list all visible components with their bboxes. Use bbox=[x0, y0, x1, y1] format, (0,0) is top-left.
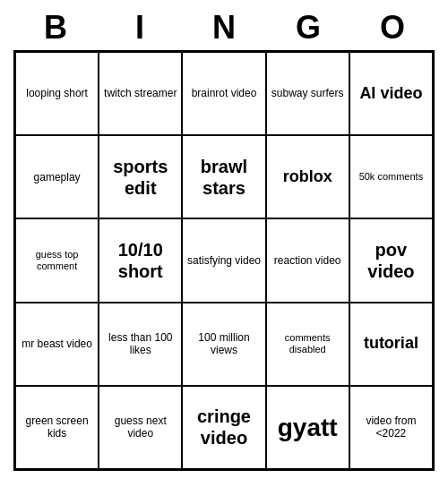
bingo-cell-2: brainrot video bbox=[182, 52, 265, 135]
bingo-header: B I N G O bbox=[13, 9, 435, 47]
letter-n: N bbox=[188, 9, 260, 47]
bingo-cell-1: twitch streamer bbox=[99, 52, 182, 135]
bingo-cell-9: 50k comments bbox=[349, 135, 433, 218]
bingo-cell-24: video from <2022 bbox=[349, 386, 433, 469]
bingo-cell-3: subway surfers bbox=[266, 52, 349, 135]
bingo-cell-22: cringe video bbox=[182, 386, 265, 469]
bingo-cell-0: looping short bbox=[15, 52, 99, 135]
bingo-cell-7: brawl stars bbox=[182, 135, 265, 218]
letter-b: B bbox=[20, 9, 91, 47]
bingo-grid: looping shorttwitch streamerbrainrot vid… bbox=[13, 50, 435, 471]
bingo-cell-21: guess next video bbox=[99, 386, 182, 469]
bingo-cell-18: comments disabled bbox=[266, 303, 349, 386]
bingo-cell-23: gyatt bbox=[266, 386, 349, 469]
bingo-cell-15: mr beast video bbox=[15, 303, 99, 386]
bingo-cell-12: satisfying video bbox=[182, 218, 265, 302]
bingo-cell-6: sports edit bbox=[99, 135, 182, 218]
bingo-cell-5: gameplay bbox=[15, 135, 99, 218]
bingo-cell-19: tutorial bbox=[349, 303, 433, 386]
bingo-cell-8: roblox bbox=[266, 135, 349, 218]
letter-g: G bbox=[272, 9, 344, 47]
bingo-cell-14: pov video bbox=[349, 218, 433, 302]
bingo-cell-10: guess top comment bbox=[15, 218, 99, 302]
bingo-cell-20: green screen kids bbox=[15, 386, 99, 469]
bingo-cell-4: AI video bbox=[349, 52, 433, 135]
bingo-cell-16: less than 100 likes bbox=[99, 303, 182, 386]
letter-i: I bbox=[104, 9, 176, 47]
bingo-cell-13: reaction video bbox=[266, 218, 349, 302]
letter-o: O bbox=[357, 9, 428, 47]
bingo-cell-11: 10/10 short bbox=[99, 218, 182, 302]
bingo-cell-17: 100 million views bbox=[182, 303, 265, 386]
